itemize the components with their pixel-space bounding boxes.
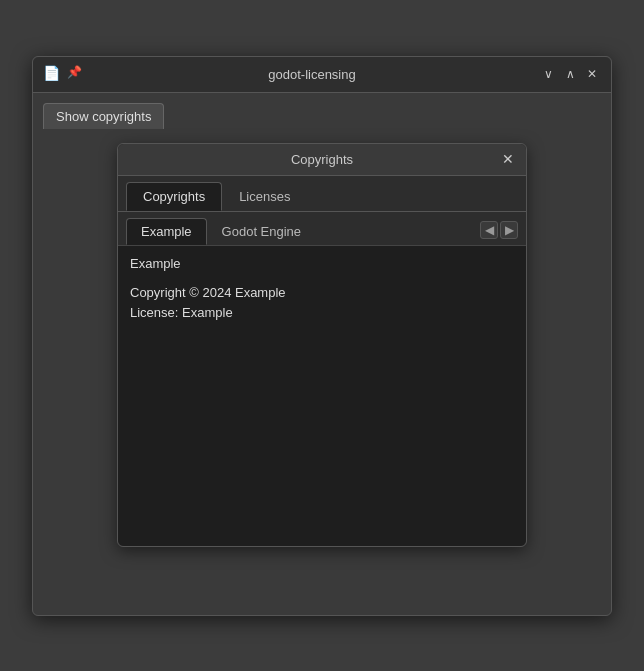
- outer-content: Show copyrights Copyrights ✕ Copyrights …: [33, 93, 611, 615]
- outer-window-title: godot-licensing: [93, 67, 531, 82]
- inner-titlebar: Copyrights ✕: [118, 144, 526, 176]
- inner-tab-bar: Example Godot Engine ◀ ▶: [118, 212, 526, 246]
- pin-icon: 📌: [67, 65, 85, 83]
- main-tab-bar: Copyrights Licenses: [118, 176, 526, 212]
- content-title: Example: [130, 256, 514, 271]
- outer-titlebar-controls: ∨ ∧ ✕: [539, 65, 601, 83]
- outer-window: 📄 📌 godot-licensing ∨ ∧ ✕ Show copyright…: [32, 56, 612, 616]
- close-button[interactable]: ✕: [583, 65, 601, 83]
- outer-titlebar: 📄 📌 godot-licensing ∨ ∧ ✕: [33, 57, 611, 93]
- inner-dialog: Copyrights ✕ Copyrights Licenses Example…: [117, 143, 527, 547]
- content-copyright: Copyright © 2024 Example License: Exampl…: [130, 283, 514, 325]
- inner-tab-nav: ◀ ▶: [480, 221, 518, 241]
- tab-prev-button[interactable]: ◀: [480, 221, 498, 239]
- maximize-button[interactable]: ∧: [561, 65, 579, 83]
- tab-godot-engine[interactable]: Godot Engine: [207, 218, 317, 245]
- inner-close-button[interactable]: ✕: [498, 149, 518, 169]
- tab-example[interactable]: Example: [126, 218, 207, 245]
- tab-copyrights[interactable]: Copyrights: [126, 182, 222, 211]
- show-copyrights-button[interactable]: Show copyrights: [43, 103, 164, 129]
- minimize-button[interactable]: ∨: [539, 65, 557, 83]
- content-line2: License: Example: [130, 303, 514, 324]
- document-icon: 📄: [43, 65, 61, 83]
- tab-licenses[interactable]: Licenses: [222, 182, 307, 211]
- outer-titlebar-left: 📄 📌: [43, 65, 85, 83]
- content-line1: Copyright © 2024 Example: [130, 283, 514, 304]
- inner-content-area: Example Copyright © 2024 Example License…: [118, 246, 526, 546]
- inner-dialog-title: Copyrights: [291, 152, 353, 167]
- tab-next-button[interactable]: ▶: [500, 221, 518, 239]
